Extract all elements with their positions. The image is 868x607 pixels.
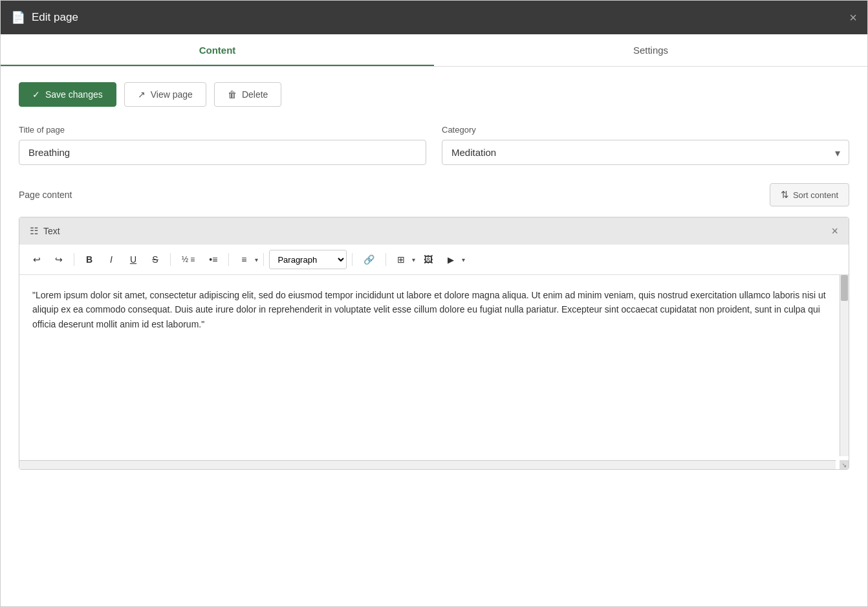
header-left: 📄 Edit page: [11, 10, 78, 25]
page-header: 📄 Edit page ×: [1, 1, 867, 34]
main-content: ✓ Save changes ↗ View page 🗑 Delete Titl…: [1, 67, 867, 606]
align-chevron-icon: ▾: [255, 256, 258, 263]
align-dropdown[interactable]: ≡ ▾: [234, 250, 258, 269]
category-select-wrapper: Meditation Wellness Fitness Nutrition: [442, 140, 849, 165]
ordered-list-button[interactable]: ½ ≡: [176, 250, 201, 269]
external-link-icon: ↗: [138, 89, 146, 100]
undo-button[interactable]: ↩: [27, 250, 47, 269]
editor-toolbar: ↩ ↪ B I U S ½ ≡ •≡ ≡ ▾ Paragraph: [19, 245, 849, 275]
trash-icon: 🗑: [228, 89, 237, 100]
header-title: Edit page: [32, 11, 78, 24]
strikethrough-button[interactable]: S: [146, 250, 165, 269]
category-group: Category Meditation Wellness Fitness Nut…: [442, 125, 849, 165]
italic-button[interactable]: I: [102, 250, 121, 269]
view-page-button[interactable]: ↗ View page: [124, 82, 206, 107]
form-row: Title of page Category Meditation Wellne…: [19, 125, 849, 165]
toolbar-separator-5: [352, 253, 353, 266]
vertical-scrollbar[interactable]: [840, 275, 849, 456]
link-button[interactable]: 🔗: [358, 250, 380, 269]
category-label: Category: [442, 125, 849, 135]
text-block: ☷ Text × ↩ ↪ B I U S ½ ≡ •≡ ≡ ▾: [19, 217, 849, 470]
paragraph-select[interactable]: Paragraph Heading 1 Heading 2 Heading 3: [269, 250, 347, 269]
paragraph-dropdown-wrapper: Paragraph Heading 1 Heading 2 Heading 3: [269, 250, 347, 269]
editor-wrapper: "Lorem ipsum dolor sit amet, consectetur…: [19, 275, 849, 469]
video-chevron-icon: ▾: [462, 256, 465, 263]
category-select[interactable]: Meditation Wellness Fitness Nutrition: [442, 140, 849, 165]
sort-icon: ⇅: [781, 189, 789, 201]
image-icon: 🖼: [424, 254, 433, 265]
page-icon: 📄: [11, 10, 25, 25]
title-group: Title of page: [19, 125, 426, 165]
text-block-header: ☷ Text ×: [19, 217, 849, 245]
editor-area[interactable]: "Lorem ipsum dolor sit amet, consectetur…: [19, 275, 849, 469]
image-button[interactable]: 🖼: [418, 250, 439, 269]
close-block-button[interactable]: ×: [831, 225, 838, 237]
check-icon: ✓: [32, 89, 40, 100]
toolbar-separator-3: [228, 253, 229, 266]
table-button[interactable]: ⊞: [391, 250, 411, 269]
video-button[interactable]: ▶: [441, 250, 461, 269]
horizontal-scrollbar[interactable]: [19, 460, 836, 469]
close-button[interactable]: ×: [849, 11, 857, 24]
table-icon: ⊞: [397, 254, 405, 265]
title-label: Title of page: [19, 125, 426, 135]
tab-content[interactable]: Content: [1, 34, 434, 66]
action-bar: ✓ Save changes ↗ View page 🗑 Delete: [19, 82, 849, 107]
bold-button[interactable]: B: [80, 250, 99, 269]
tab-bar: Content Settings: [1, 34, 867, 67]
unordered-list-button[interactable]: •≡: [203, 250, 223, 269]
toolbar-separator-4: [263, 253, 264, 266]
delete-button[interactable]: 🗑 Delete: [214, 82, 281, 107]
resize-handle[interactable]: ↘: [840, 460, 849, 469]
tab-settings[interactable]: Settings: [434, 34, 867, 66]
align-button[interactable]: ≡: [234, 250, 254, 269]
scrollbar-thumb[interactable]: [841, 275, 848, 301]
link-icon: 🔗: [363, 254, 374, 265]
sort-content-button[interactable]: ⇅ Sort content: [770, 183, 849, 206]
text-block-icon: ☷: [30, 225, 38, 237]
text-block-title: ☷ Text: [30, 225, 60, 237]
section-title: Page content: [19, 190, 72, 200]
toolbar-separator-2: [170, 253, 171, 266]
table-dropdown: ⊞ ▾: [391, 250, 415, 269]
redo-button[interactable]: ↪: [49, 250, 69, 269]
toolbar-separator-1: [74, 253, 74, 266]
table-chevron-icon: ▾: [412, 256, 415, 263]
section-header: Page content ⇅ Sort content: [19, 183, 849, 206]
save-button[interactable]: ✓ Save changes: [19, 82, 116, 107]
underline-button[interactable]: U: [124, 250, 143, 269]
video-dropdown: ▶ ▾: [441, 250, 465, 269]
video-icon: ▶: [448, 255, 454, 265]
toolbar-separator-6: [385, 253, 386, 266]
title-input[interactable]: [19, 140, 426, 165]
